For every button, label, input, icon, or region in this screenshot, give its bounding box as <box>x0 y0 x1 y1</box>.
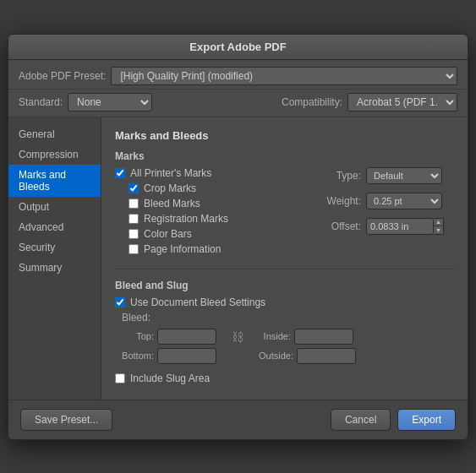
color-bars-row: Color Bars <box>129 228 302 240</box>
bleed-marks-row: Bleed Marks <box>129 198 302 209</box>
include-slug-row: Include Slug Area <box>115 372 454 384</box>
use-document-bleed-label: Use Document Bleed Settings <box>130 296 265 308</box>
sidebar-item-general[interactable]: General <box>8 124 101 144</box>
bleed-subsection-title: Bleed and Slug <box>115 280 454 291</box>
use-document-bleed-row: Use Document Bleed Settings <box>115 296 454 308</box>
section-title: Marks and Bleeds <box>115 129 454 142</box>
export-pdf-dialog: Export Adobe PDF Adobe PDF Preset: [High… <box>8 34 468 440</box>
standard-select[interactable]: None <box>68 93 152 111</box>
color-bars-label: Color Bars <box>144 228 192 240</box>
marks-grid: All Printer's Marks Crop Marks Bleed Mar… <box>115 167 454 258</box>
crop-marks-label: Crop Marks <box>144 182 196 194</box>
compat-select[interactable]: Acrobat 5 (PDF 1.4) <box>347 93 457 111</box>
save-preset-button[interactable]: Save Preset... <box>20 409 112 431</box>
sidebar-item-summary[interactable]: Summary <box>8 258 101 278</box>
offset-label: Offset: <box>319 220 361 232</box>
preset-label: Adobe PDF Preset: <box>19 70 106 82</box>
registration-marks-label: Registration Marks <box>144 213 228 225</box>
sidebar-item-advanced[interactable]: Advanced <box>8 217 101 237</box>
bleed-label: Bleed: <box>122 312 454 323</box>
bleed-right-col: Inside: Outside: <box>259 329 356 364</box>
bleed-bottom-input[interactable] <box>157 348 216 364</box>
inside-label: Inside: <box>259 331 291 341</box>
weight-select[interactable]: 0.25 pt <box>366 193 442 209</box>
type-row: Type: Default <box>319 167 454 184</box>
export-button[interactable]: Export <box>397 409 456 431</box>
action-buttons: Cancel Export <box>331 409 456 431</box>
bleed-section: Bleed and Slug Use Document Bleed Settin… <box>115 280 454 384</box>
weight-label: Weight: <box>319 195 361 207</box>
top-label: Top: <box>122 331 154 341</box>
bleed-marks-label: Bleed Marks <box>144 198 200 209</box>
crop-marks-checkbox[interactable] <box>129 183 139 193</box>
weight-row: Weight: 0.25 pt <box>319 193 454 209</box>
sidebar-item-output[interactable]: Output <box>8 197 101 217</box>
bleed-outside-row: Outside: <box>259 348 356 364</box>
bleed-left-col: Top: Bottom: <box>122 329 216 364</box>
compat-label: Compatibility: <box>282 96 342 108</box>
all-printers-marks-label: All Printer's Marks <box>130 167 211 179</box>
bleed-top-input[interactable] <box>157 329 216 345</box>
sidebar: General Compression Marks and Bleeds Out… <box>8 117 101 400</box>
divider <box>115 269 454 269</box>
link-icon: ⛓ <box>230 330 245 344</box>
use-document-bleed-checkbox[interactable] <box>115 297 125 307</box>
preset-row: Adobe PDF Preset: [High Quality Print] (… <box>8 60 468 90</box>
bleed-inside-input[interactable] <box>294 329 353 345</box>
registration-marks-row: Registration Marks <box>129 213 302 225</box>
standard-row: Standard: None Compatibility: Acrobat 5 … <box>8 90 468 117</box>
standard-label: Standard: <box>19 96 63 108</box>
offset-up-button[interactable]: ▲ <box>434 219 443 227</box>
include-slug-label: Include Slug Area <box>130 372 210 384</box>
page-information-checkbox[interactable] <box>129 244 139 254</box>
dialog-body: General Compression Marks and Bleeds Out… <box>8 117 468 400</box>
bleed-inside-row: Inside: <box>259 329 356 345</box>
all-printers-marks-checkbox[interactable] <box>115 168 125 178</box>
color-bars-checkbox[interactable] <box>129 229 139 239</box>
cancel-button[interactable]: Cancel <box>331 409 391 431</box>
offset-spinner: ▲ ▼ <box>366 218 444 235</box>
link-icon-wrapper: ⛓ <box>230 329 245 344</box>
type-label: Type: <box>319 170 361 182</box>
offset-row: Offset: ▲ ▼ <box>319 218 454 235</box>
page-information-label: Page Information <box>144 243 221 255</box>
outside-label: Outside: <box>259 351 293 361</box>
include-slug-checkbox[interactable] <box>115 373 125 383</box>
footer: Save Preset... Cancel Export <box>8 400 468 439</box>
bleed-marks-checkbox[interactable] <box>129 198 139 209</box>
offset-input[interactable] <box>366 218 434 235</box>
preset-select[interactable]: [High Quality Print] (modified) <box>111 67 457 85</box>
type-select[interactable]: Default <box>366 167 442 184</box>
all-printers-marks-row: All Printer's Marks <box>115 167 302 179</box>
offset-down-button[interactable]: ▼ <box>434 226 443 234</box>
bleed-fields: Bleed: Top: Bottom: <box>122 312 454 364</box>
offset-spinner-buttons: ▲ ▼ <box>434 218 444 235</box>
marks-left: All Printer's Marks Crop Marks Bleed Mar… <box>115 167 302 258</box>
crop-marks-row: Crop Marks <box>129 182 302 194</box>
marks-subsection-title: Marks <box>115 150 454 162</box>
page-information-row: Page Information <box>129 243 302 255</box>
sidebar-item-compression[interactable]: Compression <box>8 144 101 165</box>
dialog-title: Export Adobe PDF <box>8 35 468 60</box>
registration-marks-checkbox[interactable] <box>129 214 139 224</box>
bottom-label: Bottom: <box>122 351 154 361</box>
sidebar-item-security[interactable]: Security <box>8 237 101 258</box>
bleed-bottom-row: Bottom: <box>122 348 216 364</box>
bleed-inputs: Top: Bottom: ⛓ <box>122 329 454 364</box>
main-content: Marks and Bleeds Marks All Printer's Mar… <box>101 117 468 400</box>
bleed-outside-input[interactable] <box>297 348 356 364</box>
marks-right: Type: Default Weight: 0.25 pt Offset: <box>319 167 454 258</box>
sidebar-item-marks-and-bleeds[interactable]: Marks and Bleeds <box>8 165 101 197</box>
bleed-top-row: Top: <box>122 329 216 345</box>
